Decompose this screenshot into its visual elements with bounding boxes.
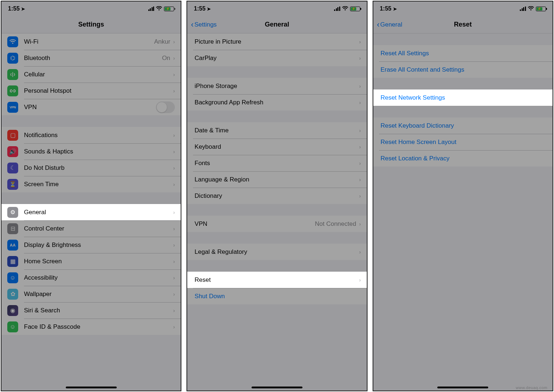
settings-list[interactable]: Wi-Fi Ankur › ⌬ Bluetooth On › Cellular … [1,33,181,391]
row-do-not-disturb[interactable]: ☾ Do Not Disturb › [1,160,181,176]
battery-icon: ⚡ [536,7,546,11]
row-home-screen[interactable]: ▦ Home Screen › [1,253,181,269]
row-reset[interactable]: Reset › [187,272,366,288]
row-label: iPhone Storage [194,83,359,90]
home-indicator[interactable] [66,387,117,388]
chevron-right-icon: › [173,324,175,330]
row-cellular[interactable]: Cellular › [1,66,181,83]
chevron-right-icon: › [173,132,175,138]
vpn-icon: VPN [7,102,18,113]
row-screen-time[interactable]: ⏳ Screen Time › [1,176,181,192]
location-services-icon: ➤ [207,6,211,12]
row-keyboard[interactable]: Keyboard › [187,139,366,155]
row-face-id[interactable]: ☺ Face ID & Passcode › [1,319,181,335]
chevron-right-icon: › [359,127,361,133]
row-legal-regulatory[interactable]: Legal & Regulatory › [187,244,366,260]
back-label: General [380,21,402,28]
row-reset-keyboard-dictionary[interactable]: Reset Keyboard Dictionary [373,117,553,134]
row-label: Reset [194,276,359,284]
watermark: www.deuaq.com [516,385,547,390]
chevron-right-icon: › [359,55,361,61]
row-label: Picture in Picture [194,38,359,45]
row-label: Do Not Disturb [24,164,173,172]
chevron-right-icon: › [359,193,361,199]
home-indicator[interactable] [437,387,488,388]
status-bar: 1:55 ➤ ⚡ [373,1,553,16]
chevron-left-icon: ‹ [377,21,380,29]
wifi-status-icon [342,6,348,12]
row-carplay[interactable]: CarPlay › [187,50,366,66]
wifi-status-icon [528,6,534,12]
row-iphone-storage[interactable]: iPhone Storage › [187,78,366,94]
nav-bar: ‹ General Reset [373,16,553,33]
sounds-icon: 🔊 [7,146,18,157]
row-background-app-refresh[interactable]: Background App Refresh › [187,94,366,111]
wallpaper-icon: ✿ [7,289,18,300]
display-icon: AA [7,240,18,251]
chevron-left-icon: ‹ [191,21,193,29]
row-dictionary[interactable]: Dictionary › [187,188,366,204]
row-label: General [24,209,173,216]
row-general[interactable]: ⚙ General › [1,204,181,220]
home-indicator[interactable] [252,387,302,388]
row-label: Personal Hotspot [24,87,173,95]
row-label: Date & Time [194,127,359,134]
row-reset-home-screen-layout[interactable]: Reset Home Screen Layout [373,134,553,150]
location-services-icon: ➤ [21,6,25,12]
row-label: Cellular [24,71,173,78]
row-control-center[interactable]: ⊟ Control Center › [1,220,181,237]
row-wallpaper[interactable]: ✿ Wallpaper › [1,286,181,302]
row-label: Reset Home Screen Layout [381,139,547,146]
row-accessibility[interactable]: ☺ Accessibility › [1,269,181,286]
gear-icon: ⚙ [7,207,18,218]
nav-bar: Settings [1,16,181,33]
row-notifications[interactable]: ▢ Notifications › [1,127,181,143]
row-label: Reset Network Settings [381,94,547,101]
status-bar: 1:55 ➤ ⚡ [1,1,181,16]
chevron-right-icon: › [173,55,175,61]
general-list[interactable]: Picture in Picture › CarPlay › iPhone St… [187,33,366,391]
row-label: Home Screen [24,258,173,265]
back-button[interactable]: ‹ Settings [191,21,217,29]
row-erase-all-content[interactable]: Erase All Content and Settings [373,61,553,78]
row-label: Erase All Content and Settings [381,66,547,73]
row-personal-hotspot[interactable]: Personal Hotspot › [1,83,181,99]
row-bluetooth[interactable]: ⌬ Bluetooth On › [1,50,181,66]
cellular-signal-icon [334,7,340,11]
row-siri-search[interactable]: ◉ Siri & Search › [1,302,181,319]
chevron-right-icon: › [173,181,175,187]
row-fonts[interactable]: Fonts › [187,155,366,171]
row-reset-location-privacy[interactable]: Reset Location & Privacy [373,150,553,167]
row-language-region[interactable]: Language & Region › [187,171,366,188]
status-time: 1:55 [194,5,205,12]
reset-list[interactable]: Reset All Settings Erase All Content and… [373,33,553,391]
chevron-right-icon: › [173,209,175,215]
chevron-right-icon: › [359,99,361,105]
row-picture-in-picture[interactable]: Picture in Picture › [187,33,366,50]
row-vpn[interactable]: VPN VPN [1,99,181,115]
wifi-status-icon [156,6,162,12]
location-services-icon: ➤ [393,6,397,12]
vpn-toggle[interactable] [156,101,175,113]
screen-settings: 1:55 ➤ ⚡ Settings Wi-Fi Ankur › ⌬ Blueto… [1,1,181,391]
back-button[interactable]: ‹ General [377,21,402,29]
chevron-right-icon: › [173,307,175,313]
dnd-icon: ☾ [7,163,18,173]
row-label: Wi-Fi [24,38,154,45]
row-detail: Ankur [154,38,170,45]
row-vpn[interactable]: VPN Not Connected › [187,216,366,232]
row-display-brightness[interactable]: AA Display & Brightness › [1,237,181,253]
screentime-icon: ⏳ [7,179,18,190]
row-wifi[interactable]: Wi-Fi Ankur › [1,33,181,50]
row-label: Notifications [24,132,173,139]
row-reset-all-settings[interactable]: Reset All Settings [373,45,553,61]
row-label: Language & Region [194,176,359,183]
chevron-right-icon: › [359,176,361,183]
chevron-right-icon: › [359,221,361,227]
row-date-time[interactable]: Date & Time › [187,122,366,139]
row-label: VPN [194,220,315,228]
row-sounds-haptics[interactable]: 🔊 Sounds & Haptics › [1,143,181,160]
row-reset-network-settings[interactable]: Reset Network Settings [373,89,553,106]
row-shut-down[interactable]: Shut Down [187,288,366,304]
chevron-right-icon: › [173,258,175,264]
